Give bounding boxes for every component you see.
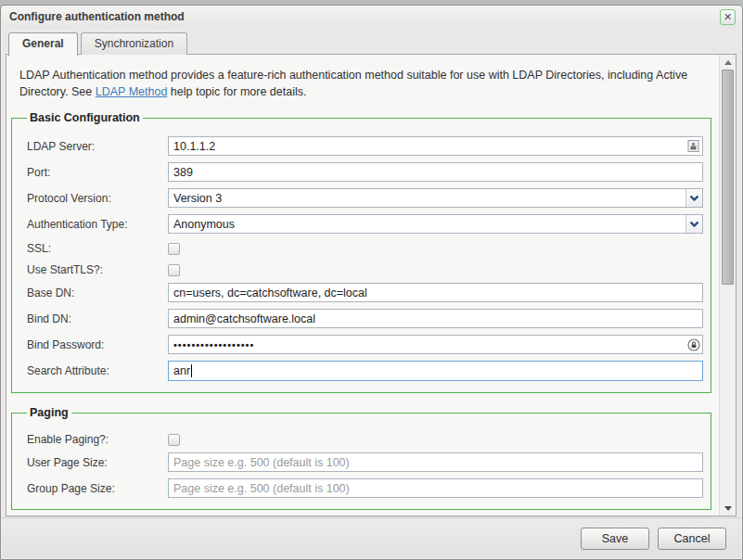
scroll-up-button[interactable] [720, 56, 736, 69]
protocol-version-value: Version 3 [169, 192, 685, 205]
protocol-version-label: Protocol Version: [27, 192, 168, 205]
vertical-scrollbar[interactable] [719, 55, 736, 515]
ldap-method-link[interactable]: LDAP Method [96, 85, 168, 98]
paging-section: Paging Enable Paging?: User Page Size: G… [11, 406, 711, 510]
panel-content: LDAP Authentication method provides a fe… [6, 55, 719, 515]
enable-paging-label: Enable Paging?: [27, 433, 168, 446]
chevron-down-icon[interactable] [685, 215, 702, 233]
protocol-version-row: Protocol Version: Version 3 [27, 188, 703, 208]
paging-title: Paging [27, 406, 71, 419]
bind-password-row: Bind Password: [27, 335, 703, 354]
port-row: Port: [27, 162, 703, 182]
scroll-down-icon [724, 506, 732, 511]
base-dn-row: Base DN: [27, 283, 703, 302]
scroll-up-icon [724, 60, 732, 65]
save-button[interactable]: Save [581, 528, 649, 550]
search-attribute-value: anr [173, 364, 190, 377]
dialog-window: Configure authentication method ✕ Genera… [0, 5, 743, 560]
base-dn-label: Base DN: [27, 286, 168, 299]
close-icon: ✕ [724, 12, 732, 22]
starttls-label: Use StartTLS?: [27, 263, 168, 276]
search-attribute-input[interactable]: anr [168, 361, 703, 381]
search-attribute-label: Search Attribute: [27, 364, 168, 377]
basic-configuration-section: Basic Configuration LDAP Server: Port: [11, 111, 711, 393]
chevron-down-icon[interactable] [685, 189, 702, 207]
group-page-size-input[interactable] [168, 478, 703, 498]
password-lock-icon[interactable] [686, 337, 700, 351]
auth-type-value: Anonymous [169, 218, 685, 231]
dialog-footer: Save Cancel [2, 517, 741, 558]
basic-configuration-title: Basic Configuration [27, 111, 143, 124]
ldap-description: LDAP Authentication method provides a fe… [6, 55, 704, 111]
port-label: Port: [27, 166, 168, 179]
starttls-checkbox[interactable] [168, 264, 180, 276]
server-lookup-icon[interactable] [686, 139, 700, 153]
group-page-size-row: Group Page Size: [27, 478, 703, 498]
auth-type-row: Authentication Type: Anonymous [27, 214, 703, 234]
ssl-label: SSL: [27, 242, 168, 255]
bind-dn-label: Bind DN: [27, 312, 168, 325]
bind-password-input[interactable] [168, 335, 703, 354]
user-page-size-row: User Page Size: [27, 452, 703, 472]
text-caret [191, 364, 192, 377]
tab-general-label: General [22, 37, 64, 50]
bind-password-label: Bind Password: [27, 338, 168, 351]
tab-general[interactable]: General [8, 32, 78, 56]
ldap-server-label: LDAP Server: [27, 140, 168, 153]
tab-synchronization[interactable]: Synchronization [81, 32, 187, 55]
enable-paging-row: Enable Paging?: [27, 433, 703, 446]
starttls-row: Use StartTLS?: [27, 263, 703, 276]
ldap-server-row: LDAP Server: [27, 136, 703, 156]
ssl-row: SSL: [27, 242, 703, 255]
base-dn-input[interactable] [168, 283, 703, 302]
auth-type-select[interactable]: Anonymous [168, 214, 703, 234]
protocol-version-select[interactable]: Version 3 [168, 188, 703, 208]
user-page-size-input[interactable] [168, 452, 703, 472]
scrollbar-thumb[interactable] [722, 70, 734, 285]
dialog-titlebar: Configure authentication method [2, 6, 741, 28]
ldap-server-input[interactable] [168, 136, 703, 156]
general-tab-panel: LDAP Authentication method provides a fe… [6, 54, 737, 516]
enable-paging-checkbox[interactable] [168, 434, 180, 446]
port-input[interactable] [168, 162, 703, 182]
group-page-size-label: Group Page Size: [27, 482, 168, 495]
search-attribute-row: Search Attribute: anr [27, 361, 703, 381]
close-button[interactable]: ✕ [720, 9, 736, 25]
user-page-size-label: User Page Size: [27, 456, 168, 469]
bind-dn-row: Bind DN: [27, 309, 703, 328]
description-text-after: help topic for more details. [167, 85, 306, 98]
cancel-button[interactable]: Cancel [658, 528, 726, 550]
dialog-title: Configure authentication method [9, 10, 185, 23]
auth-type-label: Authentication Type: [27, 218, 168, 231]
tab-synchronization-label: Synchronization [95, 37, 173, 50]
bind-dn-input[interactable] [168, 309, 703, 328]
tab-strip: General Synchronization [8, 32, 190, 55]
ssl-checkbox[interactable] [168, 243, 180, 255]
scroll-down-button[interactable] [720, 502, 736, 515]
